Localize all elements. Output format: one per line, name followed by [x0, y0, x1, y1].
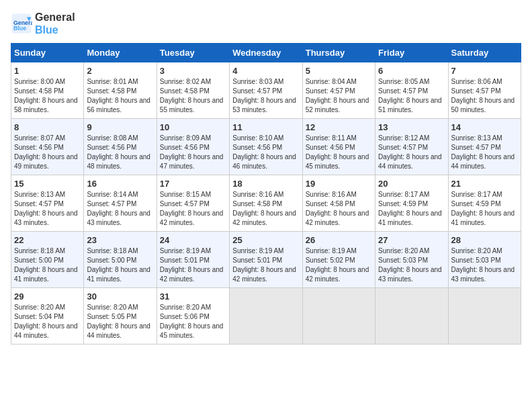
day-detail: Sunrise: 8:13 AMSunset: 4:57 PMDaylight:…	[14, 191, 78, 226]
day-detail: Sunrise: 8:11 AMSunset: 4:56 PMDaylight:…	[306, 134, 369, 170]
calendar-cell: 22 Sunrise: 8:18 AMSunset: 5:00 PMDaylig…	[11, 232, 84, 288]
col-header-tuesday: Tuesday	[157, 44, 229, 62]
col-header-sunday: Sunday	[11, 44, 84, 62]
day-number: 25	[232, 235, 299, 245]
day-number: 23	[87, 235, 153, 245]
calendar-cell: 11 Sunrise: 8:10 AMSunset: 4:56 PMDaylig…	[230, 119, 302, 175]
col-header-monday: Monday	[84, 44, 157, 62]
calendar-cell: 6 Sunrise: 8:05 AMSunset: 4:57 PMDayligh…	[375, 62, 448, 119]
day-number: 6	[378, 66, 445, 76]
calendar-cell: 20 Sunrise: 8:17 AMSunset: 4:59 PMDaylig…	[375, 175, 448, 232]
calendar-cell: 1 Sunrise: 8:00 AMSunset: 4:58 PMDayligh…	[11, 62, 84, 119]
calendar-cell: 4 Sunrise: 8:03 AMSunset: 4:57 PMDayligh…	[230, 62, 302, 119]
day-number: 7	[451, 66, 518, 76]
day-detail: Sunrise: 8:10 AMSunset: 4:56 PMDaylight:…	[232, 134, 296, 170]
calendar-table: SundayMondayTuesdayWednesdayThursdayFrid…	[11, 43, 521, 345]
day-number: 26	[306, 235, 372, 245]
calendar-cell: 31 Sunrise: 8:20 AMSunset: 5:06 PMDaylig…	[157, 288, 229, 345]
calendar-cell	[375, 288, 448, 345]
day-number: 4	[232, 66, 299, 76]
column-headers: SundayMondayTuesdayWednesdayThursdayFrid…	[11, 44, 521, 62]
day-detail: Sunrise: 8:02 AMSunset: 4:58 PMDaylight:…	[160, 78, 224, 113]
day-detail: Sunrise: 8:18 AMSunset: 5:00 PMDaylight:…	[14, 247, 78, 283]
day-detail: Sunrise: 8:18 AMSunset: 5:00 PMDaylight:…	[87, 247, 150, 283]
week-row-1: 1 Sunrise: 8:00 AMSunset: 4:58 PMDayligh…	[11, 62, 521, 119]
day-detail: Sunrise: 8:15 AMSunset: 4:57 PMDaylight:…	[160, 191, 224, 226]
calendar-cell: 24 Sunrise: 8:19 AMSunset: 5:01 PMDaylig…	[157, 232, 229, 288]
day-detail: Sunrise: 8:20 AMSunset: 5:06 PMDaylight:…	[160, 304, 224, 339]
day-detail: Sunrise: 8:03 AMSunset: 4:57 PMDaylight:…	[232, 78, 296, 113]
day-number: 16	[87, 179, 153, 189]
day-detail: Sunrise: 8:19 AMSunset: 5:01 PMDaylight:…	[160, 247, 224, 283]
day-number: 9	[87, 122, 153, 132]
col-header-thursday: Thursday	[302, 44, 375, 62]
calendar-cell	[230, 288, 302, 345]
logo-icon: General Blue	[11, 13, 32, 34]
day-detail: Sunrise: 8:16 AMSunset: 4:58 PMDaylight:…	[232, 191, 296, 226]
calendar-cell: 26 Sunrise: 8:19 AMSunset: 5:02 PMDaylig…	[302, 232, 375, 288]
day-detail: Sunrise: 8:06 AMSunset: 4:57 PMDaylight:…	[451, 78, 515, 113]
svg-text:Blue: Blue	[13, 26, 26, 32]
calendar-cell: 30 Sunrise: 8:20 AMSunset: 5:05 PMDaylig…	[84, 288, 157, 345]
calendar-cell: 21 Sunrise: 8:17 AMSunset: 4:59 PMDaylig…	[448, 175, 521, 232]
calendar-cell: 27 Sunrise: 8:20 AMSunset: 5:03 PMDaylig…	[375, 232, 448, 288]
logo-text-general: General	[35, 11, 75, 24]
calendar-cell: 14 Sunrise: 8:13 AMSunset: 4:57 PMDaylig…	[448, 119, 521, 175]
day-number: 28	[451, 235, 518, 245]
week-row-2: 8 Sunrise: 8:07 AMSunset: 4:56 PMDayligh…	[11, 119, 521, 175]
day-number: 17	[160, 179, 226, 189]
col-header-wednesday: Wednesday	[230, 44, 302, 62]
day-number: 14	[451, 122, 518, 132]
day-detail: Sunrise: 8:00 AMSunset: 4:58 PMDaylight:…	[14, 78, 78, 113]
day-number: 29	[14, 291, 81, 302]
day-detail: Sunrise: 8:16 AMSunset: 4:58 PMDaylight:…	[306, 191, 369, 226]
day-detail: Sunrise: 8:01 AMSunset: 4:58 PMDaylight:…	[87, 78, 150, 113]
day-detail: Sunrise: 8:20 AMSunset: 5:04 PMDaylight:…	[14, 304, 78, 339]
week-row-3: 15 Sunrise: 8:13 AMSunset: 4:57 PMDaylig…	[11, 175, 521, 232]
day-number: 15	[14, 179, 81, 189]
day-detail: Sunrise: 8:20 AMSunset: 5:03 PMDaylight:…	[378, 247, 442, 283]
day-number: 1	[14, 66, 81, 76]
calendar-cell: 29 Sunrise: 8:20 AMSunset: 5:04 PMDaylig…	[11, 288, 84, 345]
day-detail: Sunrise: 8:19 AMSunset: 5:01 PMDaylight:…	[232, 247, 296, 283]
calendar-cell: 15 Sunrise: 8:13 AMSunset: 4:57 PMDaylig…	[11, 175, 84, 232]
day-detail: Sunrise: 8:08 AMSunset: 4:56 PMDaylight:…	[87, 134, 150, 170]
day-number: 19	[306, 179, 372, 189]
col-header-friday: Friday	[375, 44, 448, 62]
calendar-cell: 12 Sunrise: 8:11 AMSunset: 4:56 PMDaylig…	[302, 119, 375, 175]
day-detail: Sunrise: 8:19 AMSunset: 5:02 PMDaylight:…	[306, 247, 369, 283]
day-detail: Sunrise: 8:20 AMSunset: 5:05 PMDaylight:…	[87, 304, 150, 339]
day-detail: Sunrise: 8:05 AMSunset: 4:57 PMDaylight:…	[378, 78, 442, 113]
calendar-cell: 18 Sunrise: 8:16 AMSunset: 4:58 PMDaylig…	[230, 175, 302, 232]
calendar-cell: 23 Sunrise: 8:18 AMSunset: 5:00 PMDaylig…	[84, 232, 157, 288]
day-number: 8	[14, 122, 81, 132]
calendar-cell: 5 Sunrise: 8:04 AMSunset: 4:57 PMDayligh…	[302, 62, 375, 119]
calendar-cell: 28 Sunrise: 8:20 AMSunset: 5:03 PMDaylig…	[448, 232, 521, 288]
day-number: 24	[160, 235, 226, 245]
day-detail: Sunrise: 8:07 AMSunset: 4:56 PMDaylight:…	[14, 134, 78, 170]
day-number: 18	[232, 179, 299, 189]
day-detail: Sunrise: 8:09 AMSunset: 4:56 PMDaylight:…	[160, 134, 224, 170]
calendar-cell: 7 Sunrise: 8:06 AMSunset: 4:57 PMDayligh…	[448, 62, 521, 119]
day-detail: Sunrise: 8:14 AMSunset: 4:57 PMDaylight:…	[87, 191, 150, 226]
day-detail: Sunrise: 8:12 AMSunset: 4:57 PMDaylight:…	[378, 134, 442, 170]
page-header: General Blue General Blue	[11, 11, 521, 36]
calendar-cell: 25 Sunrise: 8:19 AMSunset: 5:01 PMDaylig…	[230, 232, 302, 288]
calendar-cell	[302, 288, 375, 345]
calendar-cell: 10 Sunrise: 8:09 AMSunset: 4:56 PMDaylig…	[157, 119, 229, 175]
day-detail: Sunrise: 8:17 AMSunset: 4:59 PMDaylight:…	[451, 191, 515, 226]
logo-text-blue: Blue	[35, 24, 75, 36]
day-number: 20	[378, 179, 445, 189]
calendar-cell: 13 Sunrise: 8:12 AMSunset: 4:57 PMDaylig…	[375, 119, 448, 175]
day-number: 2	[87, 66, 153, 76]
day-number: 10	[160, 122, 226, 132]
day-number: 11	[232, 122, 299, 132]
day-number: 5	[306, 66, 372, 76]
calendar-cell: 16 Sunrise: 8:14 AMSunset: 4:57 PMDaylig…	[84, 175, 157, 232]
calendar-cell: 2 Sunrise: 8:01 AMSunset: 4:58 PMDayligh…	[84, 62, 157, 119]
calendar-cell: 19 Sunrise: 8:16 AMSunset: 4:58 PMDaylig…	[302, 175, 375, 232]
calendar-cell: 17 Sunrise: 8:15 AMSunset: 4:57 PMDaylig…	[157, 175, 229, 232]
day-number: 27	[378, 235, 445, 245]
col-header-saturday: Saturday	[448, 44, 521, 62]
week-row-5: 29 Sunrise: 8:20 AMSunset: 5:04 PMDaylig…	[11, 288, 521, 345]
